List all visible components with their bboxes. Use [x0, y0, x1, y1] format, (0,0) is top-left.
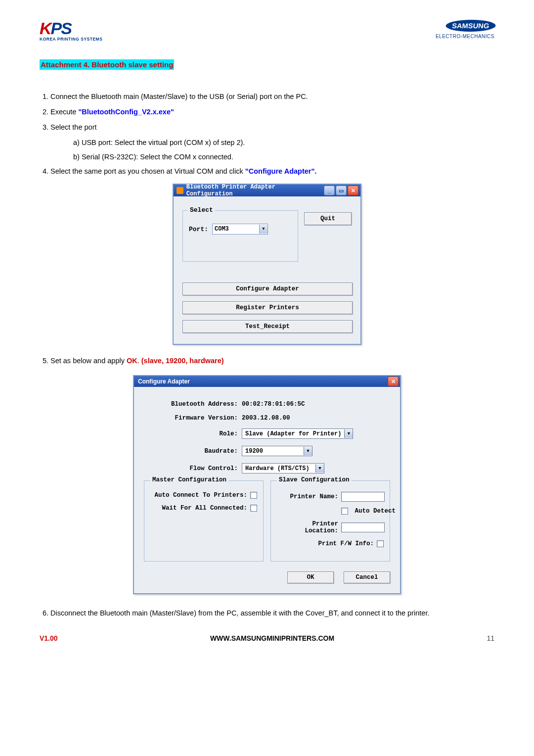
footer-url: WWW.SAMSUNGMINIPRINTERS.COM	[210, 634, 334, 642]
kps-logo-subtitle: KOREA PRINTING SYSTEMS	[40, 37, 102, 42]
configure-adapter-button[interactable]: Configure Adapter	[182, 283, 353, 295]
win1-title: Bluetooth Printer Adapter Configuration	[186, 184, 324, 197]
print-fw-label: Print F/W Info:	[277, 540, 377, 547]
samsung-logo: SAMSUNG ELECTRO-MECHANICS	[436, 20, 494, 39]
baud-combo[interactable]: 19200 ▼	[242, 446, 312, 456]
role-value: Slave (Adapter for Printer)	[242, 430, 344, 437]
baud-label: Baudrate:	[144, 448, 242, 455]
test-receipt-button[interactable]: Test_Receipt	[182, 320, 353, 333]
register-printers-button[interactable]: Register Printers	[182, 301, 353, 314]
step-1: Connect the Bluetooth main (Master/Slave…	[50, 90, 494, 104]
chevron-down-icon[interactable]: ▼	[304, 447, 312, 455]
auto-connect-label: Auto Connect To Printers:	[150, 492, 250, 499]
port-label: Port:	[189, 226, 208, 233]
baud-value: 19200	[242, 448, 304, 455]
step-5: Set as below and apply OK. (slave, 19200…	[50, 354, 494, 368]
slave-config-group: Slave Configuration Printer Name: Auto D…	[270, 480, 390, 562]
chevron-down-icon[interactable]: ▼	[259, 225, 267, 234]
printer-name-label: Printer Name:	[277, 493, 341, 500]
bt-address-value: 00:02:78:01:06:5C	[242, 401, 305, 408]
samsung-logo-main: SAMSUNG	[445, 20, 496, 32]
win2-title: Configure Adapter	[138, 378, 190, 385]
step-6: Disconnect the Bluetooth main (Master/Sl…	[50, 606, 494, 620]
role-label: Role:	[144, 430, 242, 437]
bluetooth-config-window: Bluetooth Printer Adapter Configuration …	[173, 184, 361, 345]
flow-value: Hardware (RTS/CTS)	[242, 465, 315, 472]
app-icon	[177, 187, 183, 194]
select-legend: Select	[188, 206, 215, 214]
ok-button[interactable]: OK	[287, 571, 334, 583]
port-combo[interactable]: ▼	[212, 224, 268, 235]
step-3: Select the port	[50, 120, 494, 135]
win1-titlebar[interactable]: Bluetooth Printer Adapter Configuration …	[174, 185, 360, 196]
chevron-down-icon[interactable]: ▼	[344, 429, 353, 438]
printer-location-label: Printer Location:	[277, 520, 341, 534]
port-input[interactable]	[213, 226, 259, 233]
kps-logo: KPS KOREA PRINTING SYSTEMS	[40, 20, 102, 42]
auto-detect-checkbox[interactable]	[341, 508, 348, 515]
wait-all-checkbox[interactable]	[250, 505, 257, 512]
step-3b: b) Serial (RS-232C): Select the COM x co…	[73, 150, 494, 164]
step-2-link: "BluetoothConfig_V2.x.exe"	[78, 108, 174, 116]
minimize-icon[interactable]: _	[324, 186, 335, 195]
section-heading: Attachment 4. Bluetooth slave setting	[40, 59, 174, 70]
firmware-value: 2003.12.08.00	[242, 415, 290, 422]
quit-button[interactable]: Quit	[304, 212, 352, 225]
printer-name-input[interactable]	[341, 492, 385, 502]
master-legend: Master Configuration	[150, 476, 228, 483]
close-icon[interactable]: ✕	[348, 186, 358, 195]
footer-page: 11	[487, 634, 494, 642]
master-config-group: Master Configuration Auto Connect To Pri…	[144, 480, 264, 562]
configure-adapter-window: Configure Adapter ✕ Bluetooth Address: 0…	[133, 375, 401, 594]
win2-titlebar[interactable]: Configure Adapter ✕	[134, 376, 400, 387]
auto-detect-label: Auto Detect	[355, 508, 396, 515]
samsung-logo-subtitle: ELECTRO-MECHANICS	[436, 34, 494, 39]
print-fw-checkbox[interactable]	[377, 540, 384, 547]
step-3a: a) USB port: Select the virtual port (CO…	[73, 136, 494, 150]
step-4: Select the same port as you chosen at Vi…	[50, 164, 494, 179]
step-4-link: "Configure Adapter".	[245, 167, 317, 175]
slave-legend: Slave Configuration	[277, 476, 352, 483]
auto-connect-checkbox[interactable]	[250, 492, 257, 499]
role-combo[interactable]: Slave (Adapter for Printer) ▼	[242, 428, 353, 439]
cancel-button[interactable]: Cancel	[344, 571, 390, 583]
chevron-down-icon[interactable]: ▼	[315, 464, 324, 472]
close-icon[interactable]: ✕	[388, 377, 399, 386]
footer-version: V1.00	[40, 634, 58, 642]
flow-label: Flow Control:	[144, 465, 242, 472]
bt-address-label: Bluetooth Address:	[144, 401, 242, 408]
wait-all-label: Wait For All Connected:	[150, 505, 250, 512]
firmware-label: Firmware Version:	[144, 415, 242, 422]
flow-combo[interactable]: Hardware (RTS/CTS) ▼	[242, 463, 324, 473]
maximize-icon[interactable]: ▭	[336, 186, 347, 195]
printer-location-input[interactable]	[341, 522, 385, 532]
step-2: Execute "BluetoothConfig_V2.x.exe"	[50, 105, 494, 119]
